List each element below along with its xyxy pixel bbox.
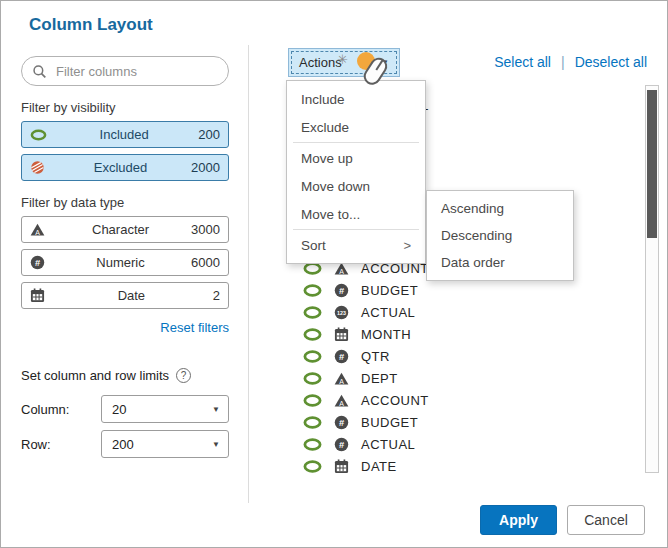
filter-columns-searchbox[interactable] (21, 56, 229, 86)
svg-text:#: # (338, 417, 344, 427)
column-name: DEPT (361, 371, 398, 386)
svg-text:123: 123 (337, 309, 346, 315)
included-eye-icon (303, 372, 323, 385)
select-all-link[interactable]: Select all (494, 54, 551, 70)
date-type-icon (333, 327, 349, 342)
chevron-down-icon: ▼ (381, 58, 389, 67)
menu-item-move-down[interactable]: Move down (287, 172, 425, 200)
column-name: ACTUAL (361, 305, 415, 320)
svg-text:#: # (338, 351, 344, 361)
character-type-icon: A (333, 394, 349, 407)
sort-submenu: Ascending Descending Data order (426, 190, 574, 281)
column-name: ACCOUNT (361, 393, 429, 408)
list-item[interactable]: A DEPT (303, 367, 429, 389)
column-name: MONTH (361, 327, 411, 342)
filter-date-button[interactable]: Date 2 (21, 282, 229, 309)
scrollbar-thumb[interactable] (647, 90, 657, 238)
left-panel: Filter by visibility Included 200 Exclud… (21, 56, 229, 458)
submenu-item-data-order[interactable]: Data order (427, 249, 573, 276)
menu-item-move-to[interactable]: Move to... (287, 200, 425, 228)
filter-excluded-button[interactable]: Excluded 2000 (21, 154, 229, 181)
limits-label: Set column and row limits (21, 368, 169, 383)
sort-label: Sort (301, 238, 326, 253)
included-eye-icon (303, 284, 323, 297)
numeric-123-icon: 123 (333, 305, 349, 320)
submenu-item-ascending[interactable]: Ascending (427, 195, 573, 222)
excluded-eye-icon (30, 160, 50, 175)
filter-excluded-count: 2000 (191, 160, 220, 175)
reset-filters-link[interactable]: Reset filters (160, 320, 229, 335)
svg-text:A: A (339, 377, 344, 384)
submenu-arrow-icon: > (403, 238, 411, 253)
included-eye-icon (303, 350, 323, 363)
help-icon[interactable]: ? (176, 368, 191, 383)
included-eye-icon (303, 416, 323, 429)
column-layout-dialog: Column Layout Filter by visibility Inclu… (0, 0, 668, 548)
chevron-down-icon: ▼ (204, 440, 228, 449)
column-name: QTR (361, 349, 390, 364)
filter-numeric-label: Numeric (50, 255, 191, 270)
list-item[interactable]: A ACCOUNT (303, 389, 429, 411)
actions-label: Actions (299, 55, 342, 70)
list-scrollbar[interactable] (645, 85, 659, 473)
list-item[interactable]: MONTH (303, 323, 429, 345)
menu-separator (293, 142, 419, 143)
menu-separator (293, 229, 419, 230)
included-eye-icon (303, 460, 323, 473)
submenu-item-descending[interactable]: Descending (427, 222, 573, 249)
filter-included-button[interactable]: Included 200 (21, 121, 229, 148)
list-item[interactable]: 123 ACTUAL (303, 301, 429, 323)
filter-excluded-label: Excluded (50, 160, 191, 175)
list-item[interactable]: # ACTUAL (303, 433, 429, 455)
filter-date-label: Date (50, 288, 213, 303)
filter-character-count: 3000 (191, 222, 220, 237)
character-type-icon: A (333, 372, 349, 385)
included-eye-icon (303, 306, 323, 319)
filter-columns-input[interactable] (54, 63, 218, 80)
menu-item-include[interactable]: Include (287, 85, 425, 113)
filter-included-count: 200 (198, 127, 220, 142)
column-limit-label: Column: (21, 402, 101, 417)
filter-included-label: Included (50, 127, 198, 142)
included-eye-icon (303, 438, 323, 451)
svg-text:A: A (35, 229, 40, 236)
menu-item-exclude[interactable]: Exclude (287, 113, 425, 141)
filter-character-button[interactable]: A Character 3000 (21, 216, 229, 243)
date-type-icon (30, 288, 50, 303)
list-item[interactable]: # BUDGET (303, 411, 429, 433)
included-eye-icon (303, 394, 323, 407)
column-name: BUDGET (361, 283, 418, 298)
row-limit-select[interactable]: 200 ▼ (101, 430, 229, 458)
cancel-button[interactable]: Cancel (567, 505, 645, 535)
actions-menu: Include Exclude Move up Move down Move t… (286, 80, 426, 264)
included-eye-icon (303, 328, 323, 341)
row-limit-value: 200 (102, 437, 204, 452)
column-limit-value: 20 (102, 402, 204, 417)
panel-divider (248, 45, 249, 503)
filter-character-label: Character (50, 222, 191, 237)
column-name: BUDGET (361, 415, 418, 430)
included-eye-icon (30, 129, 50, 141)
search-icon (32, 64, 47, 79)
menu-item-sort[interactable]: Sort > (287, 231, 425, 259)
list-item[interactable]: # BUDGET (303, 279, 429, 301)
numeric-type-icon: # (333, 283, 349, 298)
filter-by-visibility-label: Filter by visibility (21, 100, 229, 115)
deselect-all-link[interactable]: Deselect all (575, 54, 647, 70)
numeric-type-icon: # (30, 255, 50, 270)
column-list: A ACCOUNT # BUDGET 123 ACTUAL MONTH # QT… (303, 257, 429, 477)
numeric-type-icon: # (333, 437, 349, 452)
actions-dropdown-button[interactable]: Actions ▼ (288, 48, 400, 77)
column-limit-select[interactable]: 20 ▼ (101, 395, 229, 423)
list-item[interactable]: DATE (303, 455, 429, 477)
filter-numeric-count: 6000 (191, 255, 220, 270)
list-item[interactable]: # QTR (303, 345, 429, 367)
menu-item-move-up[interactable]: Move up (287, 144, 425, 172)
apply-button[interactable]: Apply (480, 505, 557, 535)
column-name: DATE (361, 459, 397, 474)
row-limit-label: Row: (21, 437, 101, 452)
numeric-type-icon: # (333, 349, 349, 364)
svg-text:#: # (35, 258, 41, 268)
svg-text:A: A (339, 267, 344, 274)
filter-numeric-button[interactable]: # Numeric 6000 (21, 249, 229, 276)
